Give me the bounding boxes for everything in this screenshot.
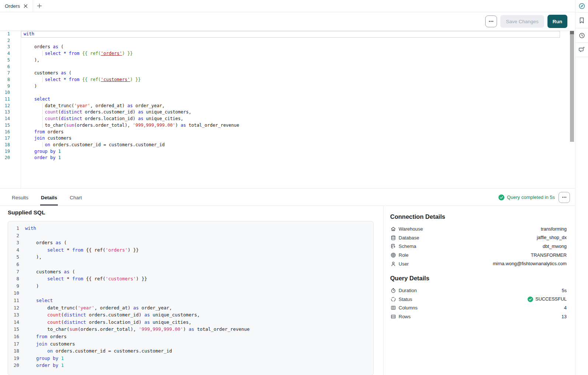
role-icon xyxy=(390,252,396,258)
code-line-4[interactable]: 4 select * from {{ ref('orders') }} xyxy=(0,50,560,57)
line-number: 6 xyxy=(8,261,19,268)
code-line-14: 14 count(distinct orders.location_id) as… xyxy=(8,319,373,326)
check-circle-icon xyxy=(528,297,533,302)
right-icon-rail xyxy=(575,0,588,375)
detail-value: SUCCESSFUL xyxy=(528,297,567,302)
line-number: 7 xyxy=(8,268,19,276)
code-line-17[interactable]: 17 join customers xyxy=(0,135,560,142)
detail-value: 4 xyxy=(564,305,567,311)
code-line-13[interactable]: 13 count(distinct orders.customer_id) as… xyxy=(0,109,560,116)
line-number: 15 xyxy=(0,122,21,129)
run-button[interactable]: Run xyxy=(547,15,567,28)
code-line-10: 10 xyxy=(8,290,373,297)
code-line-3: 3 orders as ( xyxy=(8,239,373,246)
code-line-18[interactable]: 18 on orders.customer_id = customers.cus… xyxy=(0,142,560,148)
tab-orders[interactable]: Orders xyxy=(0,0,33,12)
line-number: 20 xyxy=(0,155,21,161)
detail-value: dbt_mwong xyxy=(543,244,567,249)
code-line-7: 7 customers as ( xyxy=(8,268,373,276)
line-number: 3 xyxy=(8,239,19,246)
code-line-16[interactable]: 16 from orders xyxy=(0,129,560,136)
code-line-13: 13 count(distinct orders.customer_id) as… xyxy=(8,311,373,319)
details-sidebar: Connection Details Warehouse transformin… xyxy=(383,206,575,375)
status-value-text: SUCCESSFUL xyxy=(535,297,567,302)
code-line-7[interactable]: 7 customers as ( xyxy=(0,70,560,77)
copilot-compass-icon xyxy=(578,3,585,10)
code-line-8[interactable]: 8 select * from {{ ref('customers') }} xyxy=(0,77,560,83)
tab-chart[interactable]: Chart xyxy=(69,189,83,206)
scrollbar-cap xyxy=(570,31,574,34)
supplied-sql-title: Supplied SQL xyxy=(8,209,383,216)
connection-details-title: Connection Details xyxy=(390,213,567,220)
line-number: 16 xyxy=(8,333,19,340)
code-line-2[interactable]: 2 xyxy=(0,38,560,44)
new-tab-button[interactable] xyxy=(33,0,46,12)
code-line-11[interactable]: 11 select xyxy=(0,96,560,103)
code-line-4: 4 select * from {{ ref('orders') }} xyxy=(8,246,373,254)
code-line-2: 2 xyxy=(8,232,373,239)
code-line-6[interactable]: 6 xyxy=(0,64,560,70)
save-changes-button[interactable]: Save Changes xyxy=(500,15,544,28)
line-number: 8 xyxy=(0,77,21,83)
line-number: 5 xyxy=(0,57,21,64)
line-number: 17 xyxy=(0,135,21,142)
close-icon[interactable] xyxy=(24,4,28,8)
line-number: 2 xyxy=(0,38,21,44)
code-line-1: 1with xyxy=(8,225,373,232)
code-line-15[interactable]: 15 to_char(sum(orders.order_total), '999… xyxy=(0,122,560,129)
user-icon xyxy=(390,261,396,267)
detail-label: Warehouse xyxy=(399,226,423,232)
detail-label: Schema xyxy=(399,243,416,249)
line-number: 1 xyxy=(0,31,21,38)
code-line-5: 5 ), xyxy=(8,253,373,261)
sql-editor[interactable]: 1with23 orders as (4 select * from {{ re… xyxy=(0,31,560,188)
line-number: 15 xyxy=(8,326,19,333)
details-content: Supplied SQL 1with23 orders as (4 select… xyxy=(0,206,575,375)
supplied-sql-pane: Supplied SQL 1with23 orders as (4 select… xyxy=(0,206,383,375)
detail-row-rows: Rows 13 xyxy=(390,312,567,321)
code-line-12[interactable]: 12 date_trunc('year', ordered_at) as ord… xyxy=(0,103,560,109)
tab-results[interactable]: Results xyxy=(11,189,29,206)
line-number: 2 xyxy=(8,232,19,239)
editor-empty-area xyxy=(0,161,560,188)
code-line-5[interactable]: 5 ), xyxy=(0,57,560,64)
history-button[interactable] xyxy=(575,28,588,43)
code-line-9[interactable]: 9 ) xyxy=(0,83,560,90)
feedback-button[interactable] xyxy=(575,43,588,57)
results-more-button[interactable] xyxy=(559,192,570,203)
detail-value: jaffle_shop_dx xyxy=(537,235,567,240)
code-line-8: 8 select * from {{ ref('customers') }} xyxy=(8,275,373,283)
scrollbar-thumb[interactable] xyxy=(570,34,574,142)
line-number: 8 xyxy=(8,275,19,283)
code-line-19[interactable]: 19 group by 1 xyxy=(0,148,560,155)
line-number: 13 xyxy=(8,311,19,319)
code-line-10[interactable]: 10 xyxy=(0,90,560,96)
query-status-cluster: Query completed in 5s xyxy=(498,189,570,206)
rows-icon xyxy=(390,314,396,319)
line-number: 18 xyxy=(8,347,19,355)
line-number: 3 xyxy=(0,44,21,50)
editor-scrollbar[interactable] xyxy=(570,31,574,188)
history-icon xyxy=(579,32,585,39)
detail-value: 5s xyxy=(562,288,567,293)
detail-row-columns: Columns 4 xyxy=(390,304,567,312)
detail-label: Duration xyxy=(399,288,417,293)
main-column: Orders Save Changes Run 1with23 orders a… xyxy=(0,0,575,375)
feedback-icon xyxy=(578,46,585,53)
ellipsis-icon xyxy=(561,194,567,200)
line-number: 12 xyxy=(0,103,21,109)
copilot-compass-button[interactable] xyxy=(575,0,588,13)
more-options-button[interactable] xyxy=(485,15,497,27)
code-line-14[interactable]: 14 count(distinct orders.location_id) as… xyxy=(0,116,560,122)
bookmark-button[interactable] xyxy=(575,13,588,28)
line-number: 13 xyxy=(0,109,21,116)
tab-details[interactable]: Details xyxy=(40,189,58,206)
code-line-12: 12 date_trunc('year', ordered_at) as ord… xyxy=(8,304,373,312)
database-icon xyxy=(390,235,396,241)
code-line-3[interactable]: 3 orders as ( xyxy=(0,44,560,50)
line-number: 14 xyxy=(8,319,19,326)
code-line-1[interactable]: 1with xyxy=(0,31,560,38)
dbt-ide-app: Orders Save Changes Run 1with23 orders a… xyxy=(0,0,588,375)
code-line-20[interactable]: 20 order by 1 xyxy=(0,155,560,161)
code-line-11: 11 select xyxy=(8,297,373,304)
